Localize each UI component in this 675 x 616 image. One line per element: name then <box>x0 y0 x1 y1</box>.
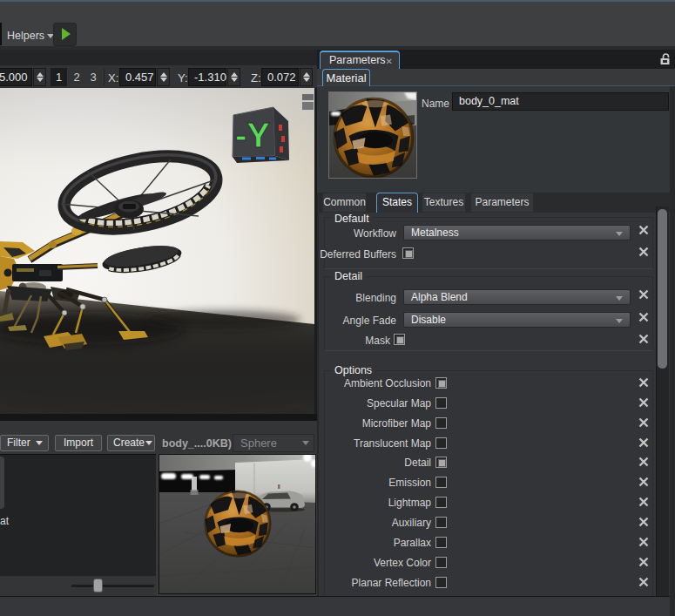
svg-text:-Y: -Y <box>235 116 270 154</box>
